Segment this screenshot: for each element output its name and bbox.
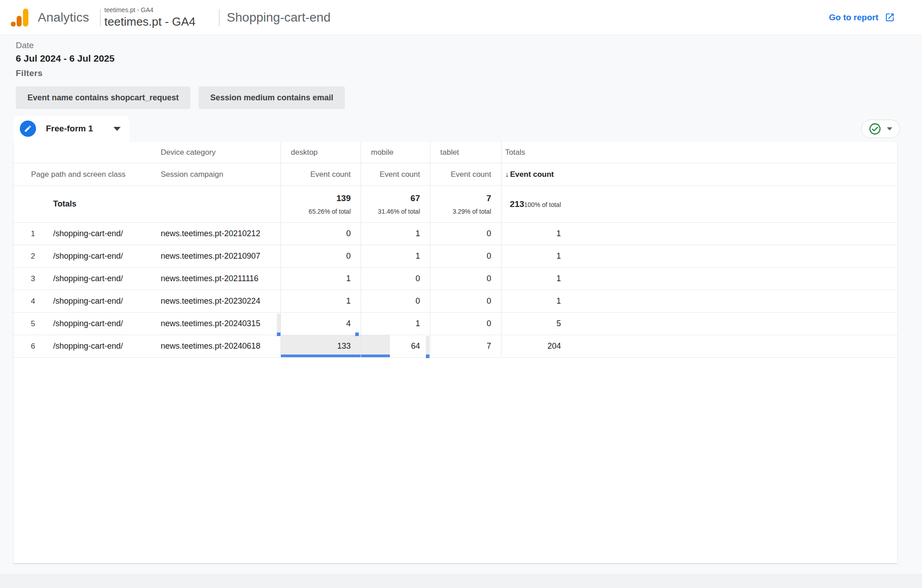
bottom-band bbox=[0, 575, 922, 588]
total-value: 67 bbox=[411, 193, 420, 203]
cell-page-path[interactable]: /shopping-cart-end/ bbox=[47, 335, 160, 357]
cell-tablet-count[interactable]: 0 bbox=[430, 223, 501, 245]
cell-session-campaign[interactable]: news.teetimes.pt-20210212 bbox=[160, 223, 280, 245]
sampling-status-button[interactable] bbox=[861, 120, 900, 138]
row-index: 2 bbox=[14, 245, 47, 267]
row-index: 6 bbox=[14, 335, 47, 357]
go-to-report-label: Go to report bbox=[829, 13, 878, 22]
cell-total-count[interactable]: 204 bbox=[501, 335, 897, 357]
cell-session-campaign[interactable]: news.teetimes.pt-20230224 bbox=[160, 290, 280, 312]
totals-cell-mobile[interactable]: 6731.46% of total bbox=[361, 186, 430, 222]
cell-mobile-count[interactable]: 1 bbox=[361, 245, 430, 267]
column-header-tablet[interactable]: tablet bbox=[430, 142, 501, 163]
property-selector[interactable]: teetimes.pt - GA4 teetimes.pt - GA4 bbox=[104, 6, 215, 29]
check-circle-icon bbox=[869, 123, 881, 135]
freeform-table-card: Device category desktop mobile tablet To… bbox=[14, 142, 897, 563]
totals-row-label: Totals bbox=[14, 186, 160, 222]
table-row: 4 /shopping-cart-end/ news.teetimes.pt-2… bbox=[14, 290, 897, 313]
column-dimension-header: Device category bbox=[160, 142, 280, 163]
row-index: 5 bbox=[14, 313, 47, 335]
date-range-value: 6 Jul 2024 - 6 Jul 2025 bbox=[16, 53, 114, 64]
cell-session-campaign[interactable]: news.teetimes.pt-20240618 bbox=[160, 335, 280, 357]
cell-page-path[interactable]: /shopping-cart-end/ bbox=[47, 290, 160, 312]
cell-desktop-count-selected[interactable]: 133 bbox=[280, 335, 361, 357]
top-bar: Analytics teetimes.pt - GA4 teetimes.pt … bbox=[0, 0, 922, 35]
row-index: 3 bbox=[14, 268, 47, 290]
header-divider bbox=[219, 9, 220, 26]
selection-edge-artifact bbox=[426, 336, 429, 357]
selection-edge-artifact bbox=[277, 314, 280, 335]
cell-total-count[interactable]: 1 bbox=[501, 245, 897, 267]
cell-desktop-count[interactable]: 1 bbox=[280, 268, 361, 290]
cell-total-count[interactable]: 1 bbox=[501, 268, 897, 290]
column-header-mobile[interactable]: mobile bbox=[361, 142, 430, 163]
column-header-totals[interactable]: Totals bbox=[501, 142, 897, 163]
cell-session-campaign[interactable]: news.teetimes.pt-20210907 bbox=[160, 245, 280, 267]
table-header-row-device: Device category desktop mobile tablet To… bbox=[14, 142, 897, 163]
chevron-down-icon[interactable] bbox=[113, 127, 121, 131]
cell-session-campaign[interactable]: news.teetimes.pt-20211116 bbox=[160, 268, 280, 290]
go-to-report-link[interactable]: Go to report bbox=[829, 12, 895, 22]
metric-header-tablet[interactable]: Event count bbox=[430, 163, 501, 185]
cell-total-count[interactable]: 5 bbox=[501, 313, 897, 335]
table-header-row-metrics: Page path and screen class Session campa… bbox=[14, 163, 897, 186]
cell-page-path[interactable]: /shopping-cart-end/ bbox=[47, 223, 160, 245]
row-index: 4 bbox=[14, 290, 47, 312]
cell-desktop-count[interactable]: 0 bbox=[280, 245, 361, 267]
tab-free-form-1[interactable]: Free-form 1 bbox=[14, 116, 130, 142]
sort-descending-icon: ↓ bbox=[505, 171, 509, 179]
column-header-desktop[interactable]: desktop bbox=[280, 142, 361, 163]
tab-label: Free-form 1 bbox=[46, 124, 93, 134]
cell-tablet-count[interactable]: 0 bbox=[430, 290, 501, 312]
cell-mobile-count[interactable]: 1 bbox=[361, 313, 430, 335]
filter-chip-session-medium[interactable]: Session medium contains email bbox=[199, 86, 345, 109]
cell-tablet-count[interactable]: 0 bbox=[430, 313, 501, 335]
edit-pencil-icon bbox=[20, 121, 36, 137]
metric-header-totals-sorted[interactable]: ↓ Event count bbox=[501, 163, 897, 185]
total-share: 65.26% of total bbox=[309, 208, 351, 215]
metric-header-desktop[interactable]: Event count bbox=[280, 163, 361, 185]
cell-total-count[interactable]: 1 bbox=[501, 223, 897, 245]
cell-mobile-count[interactable]: 0 bbox=[361, 290, 430, 312]
table-row: 3 /shopping-cart-end/ news.teetimes.pt-2… bbox=[14, 268, 897, 290]
table-row-selected: 6 /shopping-cart-end/ news.teetimes.pt-2… bbox=[14, 335, 897, 358]
table-row: 1 /shopping-cart-end/ news.teetimes.pt-2… bbox=[14, 223, 897, 245]
filter-chip-event-name[interactable]: Event name contains shopcart_request bbox=[16, 86, 190, 109]
page-title: Shopping-cart-end bbox=[227, 10, 330, 25]
cell-mobile-count-selected[interactable]: 64 bbox=[361, 335, 430, 357]
cell-desktop-count[interactable]: 1 bbox=[280, 290, 361, 312]
empty-cell bbox=[160, 186, 280, 222]
table-row: 2 /shopping-cart-end/ news.teetimes.pt-2… bbox=[14, 245, 897, 268]
cell-tablet-count[interactable]: 7 bbox=[430, 335, 501, 357]
filter-chips: Event name contains shopcart_request Ses… bbox=[16, 86, 345, 109]
cell-page-path[interactable]: /shopping-cart-end/ bbox=[47, 313, 160, 335]
empty-header-cell bbox=[14, 142, 160, 163]
metric-header-mobile[interactable]: Event count bbox=[361, 163, 430, 185]
selection-handle bbox=[355, 332, 359, 336]
sorted-metric-label: Event count bbox=[510, 170, 554, 179]
cell-tablet-count[interactable]: 0 bbox=[430, 268, 501, 290]
table-row: 5 /shopping-cart-end/ news.teetimes.pt-2… bbox=[14, 313, 897, 335]
totals-cell-tablet[interactable]: 73.29% of total bbox=[430, 186, 501, 222]
selection-handle bbox=[426, 355, 429, 358]
chevron-down-icon bbox=[887, 127, 892, 130]
cell-page-path[interactable]: /shopping-cart-end/ bbox=[47, 268, 160, 290]
cell-desktop-count[interactable]: 0 bbox=[280, 223, 361, 245]
total-share: 31.46% of total bbox=[378, 208, 420, 215]
totals-cell-desktop[interactable]: 13965.26% of total bbox=[280, 186, 361, 222]
total-value: 139 bbox=[336, 193, 351, 203]
row-index: 1 bbox=[14, 223, 47, 245]
cell-mobile-count[interactable]: 1 bbox=[361, 223, 430, 245]
column-header-session-campaign[interactable]: Session campaign bbox=[160, 163, 280, 185]
cell-session-campaign[interactable]: news.teetimes.pt-20240315 bbox=[160, 313, 280, 335]
cell-mobile-count[interactable]: 0 bbox=[361, 268, 430, 290]
cell-tablet-count[interactable]: 0 bbox=[430, 245, 501, 267]
header-divider bbox=[100, 9, 101, 26]
cell-page-path[interactable]: /shopping-cart-end/ bbox=[47, 245, 160, 267]
property-name: teetimes.pt - GA4 bbox=[104, 15, 215, 29]
cell-desktop-count[interactable]: 4 bbox=[280, 313, 361, 335]
totals-cell-grand[interactable]: 213100% of total bbox=[501, 186, 897, 222]
column-header-page-path[interactable]: Page path and screen class bbox=[14, 163, 160, 185]
cell-total-count[interactable]: 1 bbox=[501, 290, 897, 312]
totals-row: Totals 13965.26% of total 6731.46% of to… bbox=[14, 186, 897, 223]
